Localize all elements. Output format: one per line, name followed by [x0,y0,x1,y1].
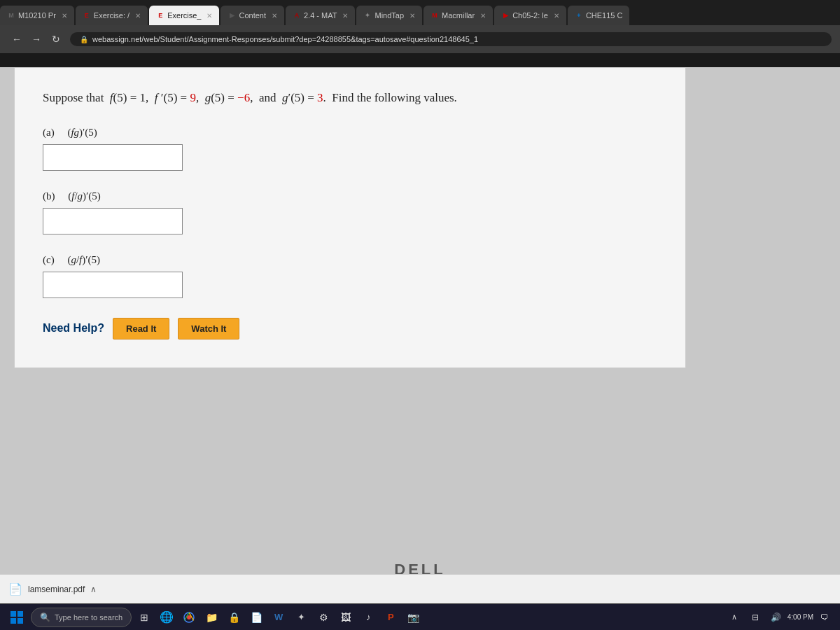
tray-volume[interactable]: 🔊 [766,608,786,627]
taskbar-settings[interactable]: ⚙ [314,608,333,627]
page-content: Suppose that f(5) = 1, f ′(5) = 9, g(5) … [0,67,840,617]
sub-problem-b: (b) (f/g)′(5) [43,190,657,234]
taskbar-photo[interactable]: 🖼 [336,608,356,627]
url-bar[interactable]: 🔒 webassign.net/web/Student/Assignment-R… [70,32,832,46]
tray-show-hidden[interactable]: ∧ [724,608,744,627]
taskbar-search-text: Type here to search [55,613,122,622]
tab-favicon-2: E [83,11,91,20]
tab-favicon-8: ▶ [501,11,510,20]
answer-input-b[interactable] [43,208,183,234]
tab-exercise2[interactable]: E Exercise_ ✕ [149,6,219,25]
tab-favicon-4: ▶ [227,11,236,20]
tab-ch05[interactable]: ▶ Ch05-2: le ✕ [494,6,566,25]
address-bar: ← → ↻ 🔒 webassign.net/web/Student/Assign… [0,25,840,53]
taskbar-camera[interactable]: 📷 [403,608,423,627]
need-help-label: Need Help? [43,322,104,335]
tab-mindtap[interactable]: ✦ MindTap ✕ [356,6,422,25]
nav-buttons: ← → ↻ [8,31,64,48]
sub-problem-a: (a) (fg)′(5) [43,127,657,171]
tab-close-6[interactable]: ✕ [410,12,415,20]
taskbar-task-view[interactable]: ⊞ [134,608,154,627]
answer-input-a[interactable] [43,144,183,171]
need-help-section: Need Help? Read It Watch It [43,318,657,340]
taskbar-edge[interactable]: 🌐 [157,608,176,627]
tab-che115[interactable]: + CHE115 C [568,6,630,25]
forward-button[interactable]: → [28,31,45,48]
tab-label-2: Exercise: / [94,11,130,20]
taskbar-security[interactable]: 🔒 [224,608,244,627]
taskbar-search-icon: 🔍 [40,612,50,622]
taskbar-file-explorer[interactable]: 📁 [202,608,221,627]
tab-close-2[interactable]: ✕ [135,12,141,20]
tab-label-8: Ch05-2: le [512,11,548,20]
tab-macmillan[interactable]: M Macmillar ✕ [424,6,493,25]
tab-exercise1[interactable]: E Exercise: / ✕ [76,6,148,25]
tab-favicon-1: M [7,11,15,20]
tab-label-9: CHE115 C [586,11,623,20]
tab-m10210[interactable]: M M10210 Pr ✕ [0,6,74,25]
clock-time: 4:00 PM [788,612,813,622]
download-filename: lamseminar.pdf [28,584,85,594]
tab-label-5: 2.4 - MAT [304,11,337,20]
taskbar-chrome[interactable] [179,608,199,627]
sub-label-a: (a) (fg)′(5) [43,127,657,139]
tray-notification[interactable]: 🗨 [815,608,834,627]
tab-close-4[interactable]: ✕ [272,12,277,20]
download-chevron-icon[interactable]: ∧ [90,584,97,594]
tab-mat[interactable]: A 2.4 - MAT ✕ [286,6,355,25]
system-tray: ∧ ⊟ 🔊 4:00 PM 🗨 [724,608,834,627]
content-card: Suppose that f(5) = 1, f ′(5) = 9, g(5) … [14,67,686,368]
taskbar-powerpoint[interactable]: P [381,608,400,627]
tab-label-7: Macmillar [442,11,475,20]
sub-problem-c: (c) (g/f)′(5) [43,254,657,298]
problem-statement: Suppose that f(5) = 1, f ′(5) = 9, g(5) … [43,89,657,107]
tray-network[interactable]: ⊟ [746,608,765,627]
tab-close-7[interactable]: ✕ [480,12,486,20]
tab-label-3: Exercise_ [167,11,201,20]
tab-label-1: M10210 Pr [18,11,56,20]
answer-input-c[interactable] [43,272,183,298]
taskbar-mindtap[interactable]: ✦ [291,608,311,627]
sub-label-c: (c) (g/f)′(5) [43,254,657,266]
tab-close-1[interactable]: ✕ [62,12,67,20]
start-button[interactable] [6,607,28,628]
taskbar-search[interactable]: 🔍 Type here to search [31,608,132,627]
tab-favicon-3: E [156,11,164,20]
browser-chrome: M M10210 Pr ✕ E Exercise: / ✕ E Exercise… [0,0,840,53]
system-clock[interactable]: 4:00 PM [788,612,813,622]
read-it-button[interactable]: Read It [113,318,169,340]
tab-favicon-5: A [293,11,301,20]
tab-label-6: MindTap [374,11,404,20]
tab-label-4: Content [239,11,266,20]
tab-close-5[interactable]: ✕ [342,12,348,20]
tab-favicon-7: M [430,11,439,20]
reload-button[interactable]: ↻ [48,31,64,48]
tab-content[interactable]: ▶ Content ✕ [220,6,284,25]
tab-close-8[interactable]: ✕ [554,12,559,20]
sub-label-b: (b) (f/g)′(5) [43,190,657,202]
tab-close-3[interactable]: ✕ [206,12,212,20]
taskbar-word[interactable]: W [269,608,288,627]
secure-lock-icon: 🔒 [80,36,88,43]
taskbar-pdf[interactable]: 📄 [246,608,266,627]
pdf-icon: 📄 [8,582,22,596]
tab-bar: M M10210 Pr ✕ E Exercise: / ✕ E Exercise… [0,0,840,25]
url-text: webassign.net/web/Student/Assignment-Res… [92,35,478,43]
back-button[interactable]: ← [8,31,25,48]
windows-icon [10,611,23,624]
taskbar: 🔍 Type here to search ⊞ 🌐 📁 🔒 📄 W ✦ ⚙ 🖼 … [0,603,840,630]
tab-favicon-6: ✦ [363,11,372,20]
tab-favicon-9: + [575,11,583,20]
download-bar: 📄 lamseminar.pdf ∧ [0,574,840,603]
watch-it-button[interactable]: Watch It [178,318,239,340]
taskbar-music[interactable]: ♪ [358,608,378,627]
